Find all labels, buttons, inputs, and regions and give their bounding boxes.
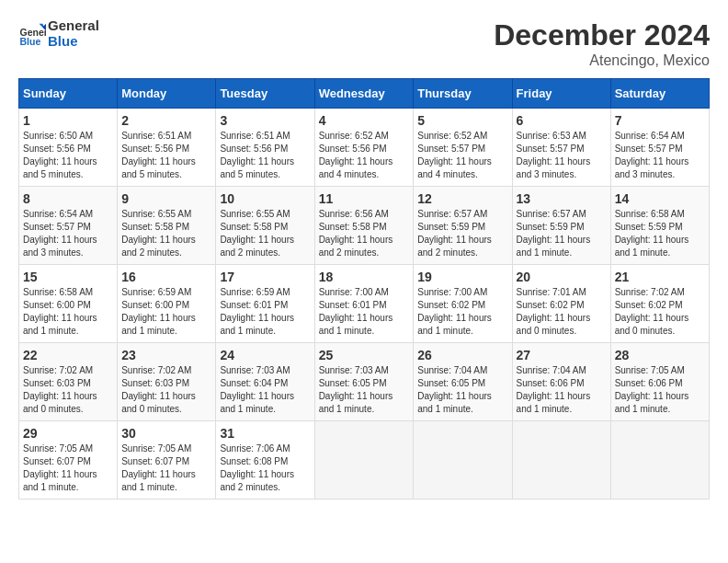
title-area: December 2024 Atencingo, Mexico — [494, 18, 710, 69]
col-tuesday: Tuesday — [216, 79, 314, 109]
table-row: 10Sunrise: 6:55 AM Sunset: 5:58 PM Dayli… — [216, 187, 314, 265]
day-number: 18 — [319, 270, 410, 284]
table-row: 31Sunrise: 7:06 AM Sunset: 6:08 PM Dayli… — [216, 421, 314, 500]
table-row: 23Sunrise: 7:02 AM Sunset: 6:03 PM Dayli… — [118, 343, 216, 421]
day-info: Sunrise: 6:52 AM Sunset: 5:57 PM Dayligh… — [417, 130, 507, 181]
table-row: 12Sunrise: 6:57 AM Sunset: 5:59 PM Dayli… — [414, 187, 512, 265]
day-number: 19 — [417, 270, 507, 284]
table-row — [314, 421, 414, 500]
month-title: December 2024 — [494, 18, 710, 52]
day-info: Sunrise: 7:03 AM Sunset: 6:05 PM Dayligh… — [319, 364, 410, 416]
day-info: Sunrise: 6:54 AM Sunset: 5:57 PM Dayligh… — [615, 130, 705, 181]
day-info: Sunrise: 7:04 AM Sunset: 6:06 PM Dayligh… — [517, 364, 607, 416]
day-info: Sunrise: 6:59 AM Sunset: 6:00 PM Dayligh… — [121, 286, 211, 338]
table-row: 13Sunrise: 6:57 AM Sunset: 5:59 PM Dayli… — [512, 187, 610, 265]
calendar-week-row: 29Sunrise: 7:05 AM Sunset: 6:07 PM Dayli… — [19, 421, 710, 500]
location-title: Atencingo, Mexico — [494, 52, 710, 69]
table-row: 11Sunrise: 6:56 AM Sunset: 5:58 PM Dayli… — [314, 187, 414, 265]
day-info: Sunrise: 7:01 AM Sunset: 6:02 PM Dayligh… — [517, 286, 607, 338]
day-number: 12 — [417, 191, 507, 206]
day-info: Sunrise: 6:58 AM Sunset: 5:59 PM Dayligh… — [615, 208, 705, 259]
day-info: Sunrise: 6:52 AM Sunset: 5:56 PM Dayligh… — [319, 130, 410, 181]
day-number: 16 — [121, 270, 211, 284]
day-info: Sunrise: 7:02 AM Sunset: 6:03 PM Dayligh… — [121, 364, 211, 416]
logo-icon: General Blue — [18, 20, 46, 48]
day-number: 6 — [517, 113, 607, 128]
calendar-week-row: 15Sunrise: 6:58 AM Sunset: 6:00 PM Dayli… — [19, 265, 710, 343]
day-number: 8 — [23, 191, 113, 206]
day-number: 22 — [23, 348, 113, 362]
day-number: 31 — [220, 426, 310, 441]
calendar-header-row: Sunday Monday Tuesday Wednesday Thursday… — [19, 79, 710, 109]
table-row: 15Sunrise: 6:58 AM Sunset: 6:00 PM Dayli… — [19, 265, 118, 343]
table-row: 18Sunrise: 7:00 AM Sunset: 6:01 PM Dayli… — [314, 265, 414, 343]
day-number: 14 — [615, 191, 705, 206]
table-row: 5Sunrise: 6:52 AM Sunset: 5:57 PM Daylig… — [414, 109, 512, 187]
table-row: 19Sunrise: 7:00 AM Sunset: 6:02 PM Dayli… — [414, 265, 512, 343]
day-info: Sunrise: 6:53 AM Sunset: 5:57 PM Dayligh… — [517, 130, 607, 181]
table-row — [512, 421, 610, 500]
table-row: 29Sunrise: 7:05 AM Sunset: 6:07 PM Dayli… — [19, 421, 118, 500]
day-number: 23 — [121, 348, 211, 362]
day-info: Sunrise: 7:05 AM Sunset: 6:07 PM Dayligh… — [121, 442, 211, 494]
svg-text:Blue: Blue — [20, 36, 41, 47]
day-number: 1 — [23, 113, 113, 128]
day-info: Sunrise: 7:06 AM Sunset: 6:08 PM Dayligh… — [220, 442, 310, 494]
table-row: 7Sunrise: 6:54 AM Sunset: 5:57 PM Daylig… — [610, 109, 709, 187]
table-row — [414, 421, 512, 500]
day-number: 25 — [319, 348, 410, 362]
day-info: Sunrise: 7:05 AM Sunset: 6:06 PM Dayligh… — [615, 364, 705, 416]
day-info: Sunrise: 7:00 AM Sunset: 6:02 PM Dayligh… — [417, 286, 507, 338]
day-number: 26 — [417, 348, 507, 362]
day-info: Sunrise: 7:04 AM Sunset: 6:05 PM Dayligh… — [417, 364, 507, 416]
table-row: 2Sunrise: 6:51 AM Sunset: 5:56 PM Daylig… — [118, 109, 216, 187]
table-row: 6Sunrise: 6:53 AM Sunset: 5:57 PM Daylig… — [512, 109, 610, 187]
day-info: Sunrise: 7:02 AM Sunset: 6:02 PM Dayligh… — [615, 286, 705, 338]
day-number: 4 — [319, 113, 410, 128]
col-wednesday: Wednesday — [314, 79, 414, 109]
table-row: 8Sunrise: 6:54 AM Sunset: 5:57 PM Daylig… — [19, 187, 118, 265]
col-saturday: Saturday — [610, 79, 709, 109]
table-row: 30Sunrise: 7:05 AM Sunset: 6:07 PM Dayli… — [118, 421, 216, 500]
day-info: Sunrise: 6:55 AM Sunset: 5:58 PM Dayligh… — [121, 208, 211, 259]
day-info: Sunrise: 6:51 AM Sunset: 5:56 PM Dayligh… — [220, 130, 310, 181]
table-row: 9Sunrise: 6:55 AM Sunset: 5:58 PM Daylig… — [118, 187, 216, 265]
table-row: 3Sunrise: 6:51 AM Sunset: 5:56 PM Daylig… — [216, 109, 314, 187]
col-friday: Friday — [512, 79, 610, 109]
table-row — [610, 421, 709, 500]
day-info: Sunrise: 7:03 AM Sunset: 6:04 PM Dayligh… — [220, 364, 310, 416]
table-row: 16Sunrise: 6:59 AM Sunset: 6:00 PM Dayli… — [118, 265, 216, 343]
day-number: 9 — [121, 191, 211, 206]
table-row: 25Sunrise: 7:03 AM Sunset: 6:05 PM Dayli… — [314, 343, 414, 421]
logo-general-text: General — [48, 18, 99, 34]
day-info: Sunrise: 6:56 AM Sunset: 5:58 PM Dayligh… — [319, 208, 410, 259]
calendar: Sunday Monday Tuesday Wednesday Thursday… — [18, 78, 710, 500]
day-number: 30 — [121, 426, 211, 441]
table-row: 24Sunrise: 7:03 AM Sunset: 6:04 PM Dayli… — [216, 343, 314, 421]
day-info: Sunrise: 6:59 AM Sunset: 6:01 PM Dayligh… — [220, 286, 310, 338]
day-info: Sunrise: 7:00 AM Sunset: 6:01 PM Dayligh… — [319, 286, 410, 338]
day-number: 7 — [615, 113, 705, 128]
day-info: Sunrise: 7:02 AM Sunset: 6:03 PM Dayligh… — [23, 364, 113, 416]
day-number: 15 — [23, 270, 113, 284]
day-number: 10 — [220, 191, 310, 206]
day-number: 24 — [220, 348, 310, 362]
table-row: 1Sunrise: 6:50 AM Sunset: 5:56 PM Daylig… — [19, 109, 118, 187]
day-info: Sunrise: 7:05 AM Sunset: 6:07 PM Dayligh… — [23, 442, 113, 494]
day-number: 17 — [220, 270, 310, 284]
calendar-week-row: 1Sunrise: 6:50 AM Sunset: 5:56 PM Daylig… — [19, 109, 710, 187]
calendar-week-row: 8Sunrise: 6:54 AM Sunset: 5:57 PM Daylig… — [19, 187, 710, 265]
col-monday: Monday — [118, 79, 216, 109]
day-number: 27 — [517, 348, 607, 362]
day-number: 20 — [517, 270, 607, 284]
day-info: Sunrise: 6:57 AM Sunset: 5:59 PM Dayligh… — [517, 208, 607, 259]
day-number: 28 — [615, 348, 705, 362]
day-number: 11 — [319, 191, 410, 206]
day-info: Sunrise: 6:55 AM Sunset: 5:58 PM Dayligh… — [220, 208, 310, 259]
day-info: Sunrise: 6:54 AM Sunset: 5:57 PM Dayligh… — [23, 208, 113, 259]
day-info: Sunrise: 6:58 AM Sunset: 6:00 PM Dayligh… — [23, 286, 113, 338]
day-number: 3 — [220, 113, 310, 128]
table-row: 14Sunrise: 6:58 AM Sunset: 5:59 PM Dayli… — [610, 187, 709, 265]
calendar-week-row: 22Sunrise: 7:02 AM Sunset: 6:03 PM Dayli… — [19, 343, 710, 421]
day-number: 13 — [517, 191, 607, 206]
